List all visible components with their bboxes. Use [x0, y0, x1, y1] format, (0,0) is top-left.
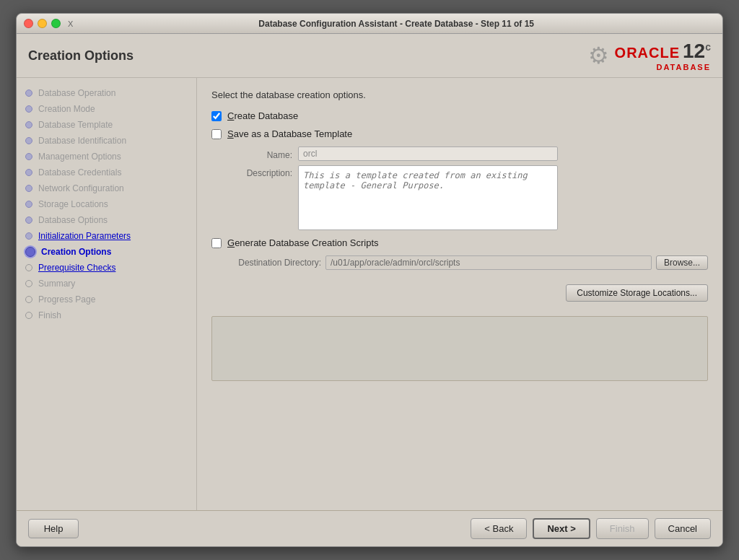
destination-input[interactable]	[325, 255, 652, 270]
header-bar: Creation Options ⚙ ORACLE 12c DATABASE	[17, 34, 722, 78]
browse-button[interactable]: Browse...	[656, 255, 708, 270]
bullet-prerequisite-checks	[25, 264, 32, 271]
sidebar-item-database-identification[interactable]: Database Identification	[17, 133, 196, 149]
sidebar-item-database-operation[interactable]: Database Operation	[17, 85, 196, 101]
name-label: Name:	[227, 147, 292, 160]
oracle-logo: ⚙ ORACLE 12c DATABASE	[588, 40, 711, 71]
content-description: Select the database creation options.	[211, 89, 708, 100]
sidebar: Database Operation Creation Mode Databas…	[17, 78, 197, 510]
save-template-label: Save as a Database Template	[227, 128, 352, 139]
description-label: Description:	[227, 165, 292, 178]
create-database-row: Create Database	[211, 110, 708, 121]
bullet-creation-options	[25, 247, 35, 257]
close-button[interactable]	[24, 19, 33, 28]
x-icon: X	[68, 19, 73, 28]
bullet-progress-page	[25, 296, 32, 303]
info-box	[211, 316, 708, 381]
sidebar-item-prerequisite-checks[interactable]: Prerequisite Checks	[17, 260, 196, 276]
bullet-database-credentials	[25, 169, 32, 176]
destination-label: Destination Directory:	[227, 258, 321, 268]
sidebar-item-finish[interactable]: Finish	[17, 307, 196, 323]
sidebar-item-initialization-parameters[interactable]: Initialization Parameters	[17, 228, 196, 244]
next-button[interactable]: Next >	[533, 518, 590, 539]
gear-icon: ⚙	[588, 42, 609, 69]
customize-row: Customize Storage Locations...	[211, 277, 708, 302]
save-template-checkbox[interactable]	[211, 129, 222, 139]
footer-right: < Back Next > Finish Cancel	[471, 518, 711, 539]
destination-row: Destination Directory: Browse...	[227, 255, 708, 270]
sidebar-item-creation-options[interactable]: Creation Options	[17, 244, 196, 260]
bullet-finish	[25, 312, 32, 319]
cancel-button[interactable]: Cancel	[655, 518, 711, 539]
maximize-button[interactable]	[51, 19, 61, 28]
bullet-initialization-parameters	[25, 232, 32, 240]
sidebar-item-database-credentials[interactable]: Database Credentials	[17, 165, 196, 180]
customize-storage-button[interactable]: Customize Storage Locations...	[566, 284, 708, 302]
sidebar-item-database-template[interactable]: Database Template	[17, 117, 196, 133]
oracle-database-label: DATABASE	[657, 63, 711, 71]
titlebar: X Database Configuration Assistant - Cre…	[17, 14, 722, 34]
generate-scripts-checkbox[interactable]	[211, 238, 222, 248]
main-content: Database Operation Creation Mode Databas…	[17, 78, 722, 510]
bullet-management-options	[25, 153, 32, 160]
bullet-database-template	[25, 121, 32, 128]
sidebar-item-storage-locations[interactable]: Storage Locations	[17, 196, 196, 212]
bullet-summary	[25, 280, 32, 287]
back-button[interactable]: < Back	[471, 518, 527, 539]
bullet-database-operation	[25, 89, 32, 97]
sidebar-item-progress-page[interactable]: Progress Page	[17, 292, 196, 307]
footer: Help < Back Next > Finish Cancel	[17, 510, 722, 546]
bullet-database-options	[25, 216, 32, 224]
sidebar-item-database-options[interactable]: Database Options	[17, 212, 196, 228]
oracle-version: 12c	[683, 40, 711, 63]
bullet-database-identification	[25, 137, 32, 144]
sidebar-item-network-configuration[interactable]: Network Configuration	[17, 180, 196, 196]
generate-scripts-label: Generate Database Creation Scripts	[227, 237, 379, 248]
minimize-button[interactable]	[38, 19, 47, 28]
sidebar-item-management-options[interactable]: Management Options	[17, 149, 196, 165]
create-database-checkbox[interactable]	[211, 111, 222, 121]
bullet-storage-locations	[25, 201, 32, 208]
description-textarea[interactable]	[298, 165, 558, 230]
main-window: X Database Configuration Assistant - Cre…	[16, 13, 723, 547]
oracle-text: ORACLE 12c DATABASE	[615, 40, 711, 71]
name-input[interactable]	[298, 146, 558, 161]
oracle-brand: ORACLE	[615, 45, 680, 61]
bullet-network-configuration	[25, 185, 32, 192]
finish-button[interactable]: Finish	[596, 518, 649, 539]
template-fields: Name: Description:	[227, 146, 708, 230]
sidebar-item-creation-mode[interactable]: Creation Mode	[17, 101, 196, 117]
footer-left: Help	[28, 519, 79, 538]
content-panel: Select the database creation options. Cr…	[197, 78, 722, 510]
generate-scripts-row: Generate Database Creation Scripts	[211, 237, 708, 248]
create-database-label: Create Database	[227, 110, 298, 121]
bullet-creation-mode	[25, 105, 32, 113]
save-template-row: Save as a Database Template	[211, 128, 708, 139]
traffic-lights	[24, 19, 61, 28]
help-button[interactable]: Help	[28, 519, 79, 538]
window-title: Database Configuration Assistant - Creat…	[77, 19, 715, 29]
page-title: Creation Options	[28, 48, 134, 64]
sidebar-item-summary[interactable]: Summary	[17, 276, 196, 292]
